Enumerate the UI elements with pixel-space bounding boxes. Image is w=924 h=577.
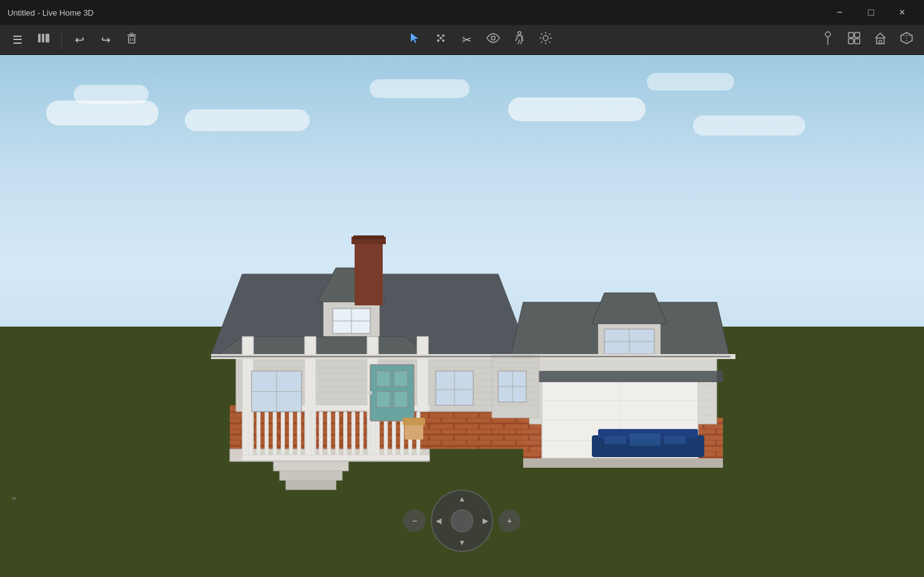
arrange-icon xyxy=(435,32,447,47)
cloud-5 xyxy=(508,97,646,121)
minimize-button[interactable]: − xyxy=(825,2,854,22)
delete-icon xyxy=(125,32,138,47)
svg-rect-136 xyxy=(629,433,661,446)
svg-line-23 xyxy=(541,42,542,43)
house-view-icon xyxy=(873,31,887,48)
redo-icon: ↪ xyxy=(101,33,111,47)
3d-view-button[interactable] xyxy=(894,28,919,52)
svg-rect-27 xyxy=(855,32,860,37)
navigation-center[interactable] xyxy=(451,510,473,532)
svg-rect-83 xyxy=(360,412,363,455)
select-button[interactable] xyxy=(402,28,427,52)
3d-cube-icon xyxy=(900,31,913,48)
svg-marker-121 xyxy=(592,293,667,324)
house-svg xyxy=(192,137,754,499)
select-icon xyxy=(408,32,421,47)
svg-rect-76 xyxy=(297,412,301,455)
svg-point-14 xyxy=(518,32,521,35)
zoom-out-button[interactable]: − xyxy=(403,510,426,532)
cloud-6 xyxy=(647,73,734,91)
svg-point-10 xyxy=(437,39,440,42)
svg-rect-79 xyxy=(327,412,331,455)
svg-point-13 xyxy=(491,36,495,40)
svg-rect-2 xyxy=(46,34,49,42)
cloud-2 xyxy=(74,85,149,104)
svg-rect-108 xyxy=(403,418,425,425)
3d-viewport[interactable]: ⌄ − ▲ ▼ ◀ ▶ + xyxy=(0,55,924,577)
pin-button[interactable] xyxy=(815,28,840,52)
svg-rect-134 xyxy=(604,436,626,444)
cloud-7 xyxy=(693,116,805,136)
svg-rect-97 xyxy=(394,371,408,387)
svg-rect-0 xyxy=(38,34,41,42)
zoom-in-button[interactable]: + xyxy=(498,510,521,532)
svg-rect-29 xyxy=(855,39,860,44)
house-view-button[interactable] xyxy=(868,28,893,52)
svg-rect-98 xyxy=(376,392,390,407)
close-button[interactable]: × xyxy=(888,2,917,22)
svg-rect-5 xyxy=(130,33,133,35)
svg-rect-26 xyxy=(848,32,853,37)
sun-button[interactable] xyxy=(533,28,558,52)
plus-icon: + xyxy=(507,516,512,526)
svg-rect-1 xyxy=(42,34,44,42)
svg-point-100 xyxy=(368,391,372,395)
arrange-button[interactable] xyxy=(428,28,453,52)
library-icon xyxy=(37,31,51,48)
toolbar: ☰ ↩ ↪ xyxy=(0,25,924,55)
sun-icon xyxy=(539,31,553,48)
svg-line-21 xyxy=(549,42,550,43)
svg-rect-72 xyxy=(265,412,268,455)
walkthrough-button[interactable] xyxy=(507,28,532,52)
window-title: Untitled - Live Home 3D xyxy=(7,8,825,17)
undo-button[interactable]: ↩ xyxy=(67,28,92,52)
svg-rect-107 xyxy=(405,424,423,440)
pan-up-button[interactable]: ▲ xyxy=(458,495,466,503)
svg-point-8 xyxy=(437,34,440,37)
cloud-3 xyxy=(185,109,310,131)
svg-rect-137 xyxy=(523,458,723,468)
pan-left-button[interactable]: ◀ xyxy=(436,516,441,525)
navigation-wheel[interactable]: ▲ ▼ ◀ ▶ xyxy=(431,490,493,552)
pan-right-button[interactable]: ▶ xyxy=(483,516,488,525)
svg-rect-93 xyxy=(280,471,342,480)
eye-button[interactable] xyxy=(481,28,506,52)
svg-rect-60 xyxy=(355,240,383,305)
pan-down-button[interactable]: ▼ xyxy=(458,538,466,547)
panel-collapse-handle[interactable]: ⌄ xyxy=(10,490,18,502)
svg-point-15 xyxy=(543,36,548,41)
menu-button[interactable]: ☰ xyxy=(5,28,30,52)
cloud-4 xyxy=(370,79,469,98)
scissors-button[interactable]: ✂ xyxy=(455,28,479,52)
svg-rect-82 xyxy=(351,412,355,455)
house-3d-model xyxy=(192,137,754,499)
pin-icon xyxy=(822,31,833,48)
redo-button[interactable]: ↪ xyxy=(93,28,118,52)
chevron-down-icon: ⌄ xyxy=(10,491,18,501)
library-button[interactable] xyxy=(31,28,56,52)
svg-point-11 xyxy=(442,39,445,42)
svg-rect-75 xyxy=(289,412,293,455)
minus-icon: − xyxy=(412,516,417,526)
svg-rect-28 xyxy=(848,39,853,44)
svg-rect-74 xyxy=(281,412,285,455)
eye-icon xyxy=(486,33,500,46)
svg-rect-92 xyxy=(273,461,348,471)
svg-rect-94 xyxy=(286,480,336,490)
separator-1 xyxy=(61,31,62,49)
delete-button[interactable] xyxy=(119,28,144,52)
layout-icon xyxy=(848,32,860,47)
maximize-button[interactable]: □ xyxy=(857,2,885,22)
svg-rect-131 xyxy=(520,371,723,382)
svg-line-20 xyxy=(541,34,542,35)
cloud-1 xyxy=(46,101,159,126)
window-controls: − □ × xyxy=(825,2,917,22)
svg-rect-91 xyxy=(242,455,430,460)
undo-icon: ↩ xyxy=(75,33,84,47)
svg-point-12 xyxy=(440,37,442,39)
layout-button[interactable] xyxy=(842,28,867,52)
svg-rect-135 xyxy=(664,436,686,444)
svg-rect-81 xyxy=(343,412,347,455)
titlebar: Untitled - Live Home 3D − □ × xyxy=(0,0,924,25)
svg-rect-80 xyxy=(335,412,339,455)
